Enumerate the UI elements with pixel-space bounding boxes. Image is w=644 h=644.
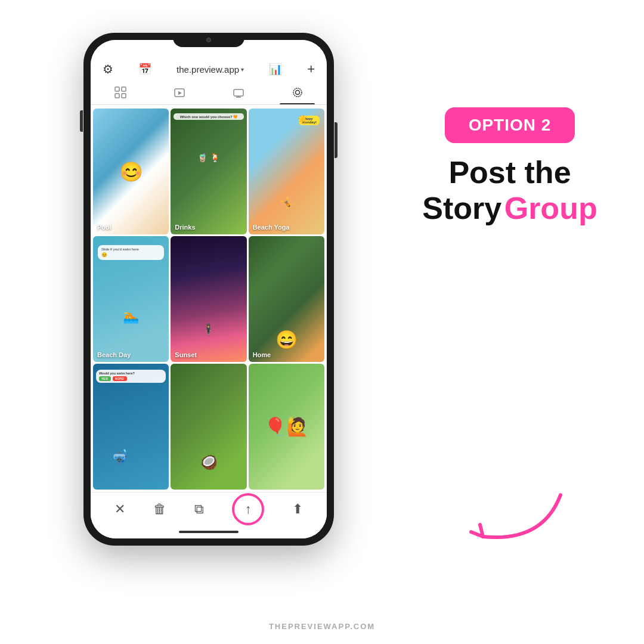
- pool-person-icon: 😊: [93, 109, 169, 234]
- post-text-block: Post the Story Group: [422, 155, 597, 227]
- grid-cell-swim[interactable]: Would you swim here? YES! NOPE! 🤿: [93, 364, 169, 490]
- username-display[interactable]: the.preview.app ▾: [177, 64, 244, 75]
- grid-cell-sunset[interactable]: 🕴️ Sunset: [171, 236, 246, 362]
- tab-reels[interactable]: [150, 80, 209, 104]
- yoga-figure: 🤸: [280, 196, 293, 209]
- cell-label-beach-yoga: Beach Yoga: [253, 224, 290, 231]
- arrow-container: [453, 489, 572, 549]
- swim-person-icon: 🏊: [123, 309, 139, 324]
- settings-icon[interactable]: ⚙: [103, 62, 113, 76]
- grid-cell-beach-yoga[interactable]: HappyMonday! ☀️ 🤸 Beach Yoga: [249, 109, 324, 234]
- share-group-button-circle[interactable]: ↑: [232, 493, 264, 525]
- grid-row-3: Would you swim here? YES! NOPE! 🤿: [93, 364, 324, 490]
- poll-yes-btn: YES!: [99, 376, 111, 381]
- grid-row-2: Slide if you'd swim here 😊 🏊 Beach Day 🕴…: [93, 236, 324, 362]
- phone-wrapper: ⚙ 📅 the.preview.app ▾ 📊 +: [83, 33, 334, 546]
- story-grid: 😊 Pool Which one would you choose? 🧡 🧋 🍹…: [91, 106, 327, 492]
- grid-cell-beach-day[interactable]: Slide if you'd swim here 😊 🏊 Beach Day: [93, 236, 169, 362]
- svg-rect-3: [122, 94, 126, 98]
- share-button[interactable]: ⬆: [292, 501, 303, 517]
- swim-diver-icon: 🤿: [112, 449, 128, 465]
- grid-cell-balloons[interactable]: 🎈🙋: [249, 364, 324, 490]
- close-button[interactable]: ✕: [114, 501, 125, 517]
- slide-poll-bubble: Slide if you'd swim here 😊: [98, 245, 164, 260]
- post-text-story: Story: [422, 191, 501, 225]
- notch-camera: [206, 38, 211, 42]
- svg-rect-0: [115, 87, 119, 91]
- option-badge: OPTION 2: [445, 107, 575, 143]
- home-indicator: [91, 525, 327, 538]
- top-nav: ⚙ 📅 the.preview.app ▾ 📊 +: [91, 57, 327, 80]
- page-container: ⚙ 📅 the.preview.app ▾ 📊 +: [0, 0, 644, 644]
- bottom-action-bar: ✕ 🗑 ⧉ ↑ ⬆: [91, 492, 327, 525]
- grid-cell-home[interactable]: 😄 Home: [249, 236, 324, 362]
- drinks-overlay-text: Which one would you choose? 🧡: [174, 113, 243, 120]
- tab-grid[interactable]: [91, 80, 150, 104]
- add-icon[interactable]: +: [307, 61, 315, 77]
- swim-poll-bubble: Would you swim here? YES! NOPE!: [96, 370, 166, 383]
- bottom-credit: THEPREVIEWAPP.COM: [269, 622, 375, 631]
- grid-cell-pool[interactable]: 😊 Pool: [93, 109, 169, 234]
- grid-row-1: 😊 Pool Which one would you choose? 🧡 🧋 🍹…: [93, 109, 324, 234]
- cell-label-drinks: Drinks: [175, 224, 195, 231]
- sunset-silhouette: 🕴️: [201, 323, 216, 337]
- tab-stories[interactable]: [268, 80, 327, 104]
- app-content: ⚙ 📅 the.preview.app ▾ 📊 +: [91, 40, 327, 538]
- calendar-icon[interactable]: 📅: [138, 63, 151, 76]
- analytics-icon[interactable]: 📊: [269, 63, 282, 76]
- arrow-icon: [453, 489, 572, 549]
- sun-sticker: ☀️: [298, 114, 308, 124]
- chevron-down-icon: ▾: [241, 66, 244, 73]
- trash-button[interactable]: 🗑: [153, 501, 166, 517]
- cell-label-sunset: Sunset: [175, 351, 197, 358]
- svg-rect-2: [115, 94, 119, 98]
- home-person-icon: 😄: [249, 236, 324, 362]
- phone-notch: [173, 33, 244, 47]
- post-text-line2-container: Story Group: [422, 191, 597, 227]
- grid-cell-drinks[interactable]: Which one would you choose? 🧡 🧋 🍹 Drinks: [171, 109, 246, 234]
- drinks-emoji: 🧋 🍹: [197, 153, 220, 162]
- balloons-person-icon: 🎈🙋: [249, 364, 324, 490]
- phone-screen: ⚙ 📅 the.preview.app ▾ 📊 +: [91, 40, 327, 538]
- grid-cell-coconut[interactable]: 🥥: [171, 364, 246, 490]
- post-text-group: Group: [504, 191, 597, 225]
- svg-point-10: [295, 91, 299, 95]
- home-bar: [179, 531, 239, 533]
- poll-nope-btn: NOPE!: [113, 376, 127, 381]
- right-panel: OPTION 2 Post the Story Group: [408, 107, 611, 227]
- cell-label-pool: Pool: [97, 224, 112, 231]
- coconut-icon: 🥥: [200, 454, 218, 470]
- svg-marker-5: [178, 91, 182, 95]
- phone-outer: ⚙ 📅 the.preview.app ▾ 📊 +: [83, 33, 334, 546]
- share-group-icon[interactable]: ↑: [245, 501, 252, 517]
- tab-tv[interactable]: [209, 80, 268, 104]
- copy-button[interactable]: ⧉: [194, 501, 204, 517]
- svg-point-9: [293, 88, 302, 97]
- cell-label-beach-day: Beach Day: [97, 351, 131, 358]
- post-text-line1: Post the: [422, 155, 597, 191]
- tab-bar: [91, 80, 327, 105]
- svg-rect-6: [234, 89, 243, 96]
- svg-rect-1: [122, 87, 126, 91]
- username-text: the.preview.app: [177, 64, 239, 75]
- cell-label-home: Home: [253, 351, 271, 358]
